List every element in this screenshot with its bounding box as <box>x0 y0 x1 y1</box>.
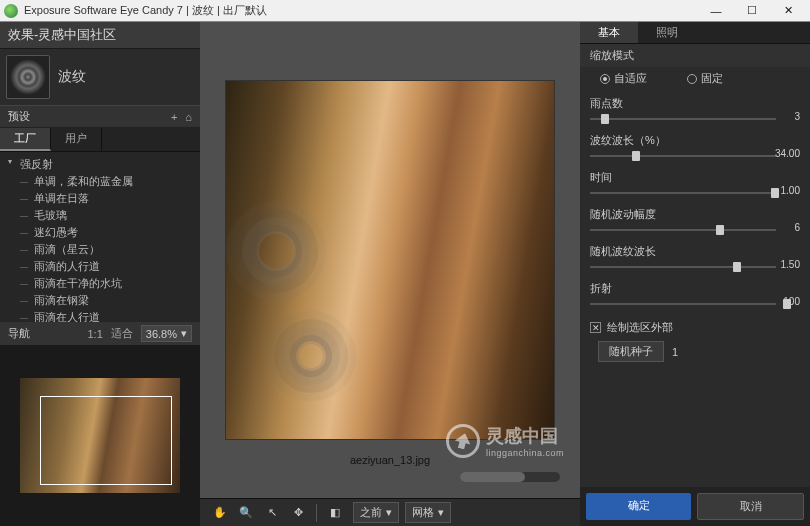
compare-icon[interactable]: ◧ <box>323 502 347 524</box>
titlebar: Exposure Software Eye Candy 7 | 波纹 | 出厂默… <box>0 0 810 22</box>
grid-dropdown[interactable]: 网格▾ <box>405 502 451 523</box>
tree-item[interactable]: 雨滴在人行道 <box>0 309 200 322</box>
slider-thumb[interactable] <box>601 114 609 124</box>
tree-item[interactable]: 单调在日落 <box>0 190 200 207</box>
presets-header: 预设 + ⌂ <box>0 105 200 128</box>
slider-rand-wavelength[interactable]: 随机波纹波长 1.50 <box>580 242 810 279</box>
tab-basic[interactable]: 基本 <box>580 22 638 43</box>
pointer-tool-icon[interactable]: ↖ <box>260 502 284 524</box>
navigator-header: 导航 1:1 适合 36.8%▾ <box>0 322 200 345</box>
tree-item[interactable]: 雨滴在干净的水坑 <box>0 275 200 292</box>
chevron-down-icon: ▾ <box>181 327 187 340</box>
tree-item[interactable]: 雨滴在钢梁 <box>0 292 200 309</box>
slider-thumb[interactable] <box>632 151 640 161</box>
canvas-area[interactable]: aeziyuan_13.jpg 灵感中国 lingganchina.com <box>200 22 580 498</box>
tab-factory[interactable]: 工厂 <box>0 128 51 151</box>
cancel-button[interactable]: 取消 <box>697 493 804 520</box>
navigator-label: 导航 <box>8 326 30 341</box>
chevron-down-icon: ▾ <box>438 506 444 519</box>
settings-tabs: 基本 照明 <box>580 22 810 44</box>
close-button[interactable]: ✕ <box>770 1 806 21</box>
preset-tabs: 工厂 用户 <box>0 128 200 152</box>
ripple-overlay <box>296 341 326 371</box>
fit-label[interactable]: 适合 <box>111 326 133 341</box>
current-effect[interactable]: 波纹 <box>0 49 200 105</box>
scale-mode-label: 缩放模式 <box>580 44 810 67</box>
ok-button[interactable]: 确定 <box>586 493 691 520</box>
tree-group-reflection[interactable]: 强反射 <box>0 156 200 173</box>
before-dropdown[interactable]: 之前▾ <box>353 502 399 523</box>
ripple-overlay <box>256 231 296 271</box>
center-panel: aeziyuan_13.jpg 灵感中国 lingganchina.com ✋ … <box>200 22 580 526</box>
tab-lighting[interactable]: 照明 <box>638 22 696 43</box>
effect-thumbnail <box>6 55 50 99</box>
maximize-button[interactable]: ☐ <box>734 1 770 21</box>
radio-icon <box>600 74 610 84</box>
slider-thumb[interactable] <box>716 225 724 235</box>
preset-tree[interactable]: 强反射 单调，柔和的蓝金属 单调在日落 毛玻璃 迷幻愚考 雨滴（星云） 雨滴的人… <box>0 152 200 322</box>
tree-item[interactable]: 雨滴的人行道 <box>0 258 200 275</box>
canvas-toolbar: ✋ 🔍 ↖ ✥ ◧ 之前▾ 网格▾ <box>200 498 580 526</box>
tree-item[interactable]: 毛玻璃 <box>0 207 200 224</box>
slider-raindrops[interactable]: 雨点数 3 <box>580 94 810 131</box>
preview-image[interactable] <box>225 80 555 440</box>
draw-outside-checkbox[interactable]: ✕ 绘制选区外部 <box>580 316 810 339</box>
tree-item[interactable]: 雨滴（星云） <box>0 241 200 258</box>
left-panel: 效果-灵感中国社区 波纹 预设 + ⌂ 工厂 用户 强反射 单调，柔和的蓝金属 … <box>0 22 200 526</box>
radio-icon <box>687 74 697 84</box>
app-icon <box>4 4 18 18</box>
tab-user[interactable]: 用户 <box>51 128 102 151</box>
radio-fixed[interactable]: 固定 <box>687 71 723 86</box>
add-preset-icon[interactable]: + <box>171 111 177 123</box>
window-title: Exposure Software Eye Candy 7 | 波纹 | 出厂默… <box>24 3 267 18</box>
zoom-dropdown[interactable]: 36.8%▾ <box>141 325 192 342</box>
presets-label: 预设 <box>8 109 30 124</box>
navigator-preview[interactable] <box>0 345 200 526</box>
tree-item[interactable]: 单调，柔和的蓝金属 <box>0 173 200 190</box>
slider-refraction[interactable]: 折射 100 <box>580 279 810 316</box>
ratio-label[interactable]: 1:1 <box>88 328 103 340</box>
right-panel: 基本 照明 缩放模式 自适应 固定 雨点数 3 波纹波长（%） 34.00 时间… <box>580 22 810 526</box>
navigator-thumbnail[interactable] <box>20 378 180 493</box>
tree-item[interactable]: 迷幻愚考 <box>0 224 200 241</box>
move-tool-icon[interactable]: ✥ <box>286 502 310 524</box>
slider-thumb[interactable] <box>733 262 741 272</box>
filename-label: aeziyuan_13.jpg <box>350 454 430 466</box>
slider-amplitude[interactable]: 随机波动幅度 6 <box>580 205 810 242</box>
slider-time[interactable]: 时间 1.00 <box>580 168 810 205</box>
checkbox-icon: ✕ <box>590 322 601 333</box>
watermark-en: lingganchina.com <box>486 448 564 458</box>
effect-name: 波纹 <box>58 68 86 86</box>
radio-auto[interactable]: 自适应 <box>600 71 647 86</box>
horizontal-scrollbar[interactable] <box>460 472 560 482</box>
minimize-button[interactable]: — <box>698 1 734 21</box>
slider-wavelength[interactable]: 波纹波长（%） 34.00 <box>580 131 810 168</box>
hand-tool-icon[interactable]: ✋ <box>208 502 232 524</box>
random-seed-button[interactable]: 随机种子 <box>598 341 664 362</box>
seed-value: 1 <box>672 346 678 358</box>
chevron-down-icon: ▾ <box>386 506 392 519</box>
effects-panel-title: 效果-灵感中国社区 <box>0 22 200 49</box>
dialog-buttons: 确定 取消 <box>580 487 810 526</box>
zoom-tool-icon[interactable]: 🔍 <box>234 502 258 524</box>
home-preset-icon[interactable]: ⌂ <box>185 111 192 123</box>
